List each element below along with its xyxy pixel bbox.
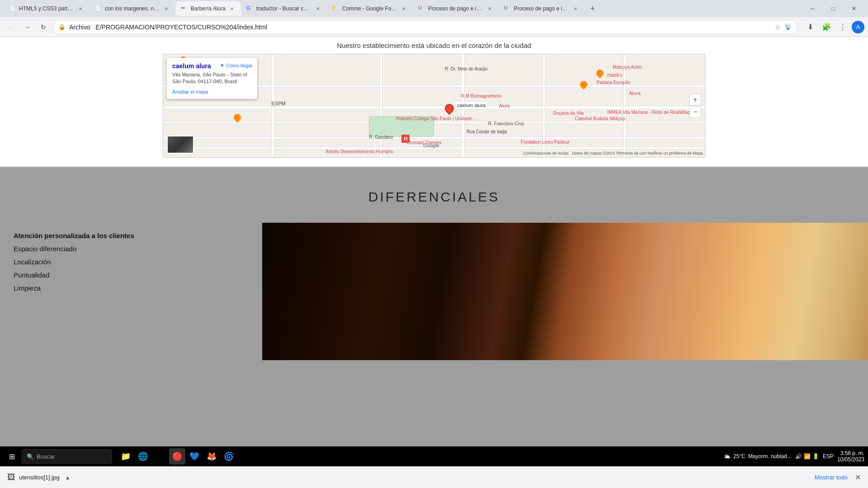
barber-image-container [262,223,868,360]
windows-icon: ⊞ [9,452,15,461]
new-tab-button[interactable]: + [586,2,599,15]
download-bar-close[interactable]: ✕ [855,473,861,482]
map-label-francisco: R. Francisco Cruz [488,121,524,126]
tab-bar: 📄 HTML5 y CSS3 parte 4: Avanzam... ✕ 📄 c… [0,0,868,17]
tab-label-proceso2: Proceso de pago e inscripción [514,5,569,12]
protocol-icon: 🔒 [58,23,66,30]
map-label-conde: Rua Conde de Iraíja [467,129,507,134]
protocol-label: Archivo [69,23,90,31]
zoom-in-button[interactable]: + [689,94,701,106]
browser-frame: 📄 HTML5 y CSS3 parte 4: Avanzam... ✕ 📄 c… [0,0,868,488]
taskbar-edge[interactable]: 🌐 [135,448,151,465]
map-label-gandavo: R. Gandavo [369,135,393,140]
weather-desc: Mayorm. nublad... [748,453,792,460]
more-button[interactable]: ⋮ [835,20,850,34]
directions-icon: ➤ [220,62,224,68]
map-label-aniolis: Aniolis Desenvolvimento Humano [326,149,393,154]
taskbar-language[interactable]: ESP [823,453,834,460]
tab-close-fonts[interactable]: ✕ [400,5,407,12]
cast-icon[interactable]: 📡 [784,23,792,30]
google-logo-map: Google [423,143,439,148]
tab-favicon-traductor: G [246,5,254,12]
map-background: Quintal de Espato R. Dr. Neto de Araújo … [163,54,705,157]
forward-button[interactable]: → [20,20,34,34]
tab-favicon-html5: 📄 [9,5,16,12]
maximize-button[interactable]: □ [823,0,844,17]
tab-favicon-margenes: 📄 [95,5,102,12]
tab-fonts[interactable]: F Comme - Google Fonts ✕ [327,1,413,16]
orange-marker-3 [580,81,587,90]
volume-icon[interactable]: 🔊 [795,453,802,460]
directions-button[interactable]: ➤ Cómo llegar [220,62,253,68]
tab-traductor[interactable]: G traductor - Buscar con Google ✕ [241,1,327,16]
main-location-marker: caelum alura [445,104,454,116]
bookmark-icon[interactable]: ☆ [775,23,781,31]
tab-label-margenes: con los margenes, no encuentr... [105,5,160,12]
weather-temp: 25°C [733,453,745,460]
extensions-button[interactable]: 🧩 [819,20,834,34]
taskbar-store[interactable]: 🛍 [152,448,168,465]
tab-proceso2[interactable]: U Proceso de pago e inscripción ✕ [499,1,585,16]
barber-image [262,223,868,360]
taskbar-app6[interactable]: 🌀 [221,448,237,465]
taskbar-search-icon: 🔍 [27,453,34,460]
tab-close-proceso2[interactable]: ✕ [572,5,579,12]
page-content: Nuestro establecimiento está ubicado en … [0,37,868,488]
tab-proceso1[interactable]: U Proceso de pago e inscripción ✕ [413,1,499,16]
taskbar-search-box[interactable]: 🔍 Buscar [22,449,112,464]
tab-close-proceso1[interactable]: ✕ [486,5,493,12]
tab-margenes[interactable]: 📄 con los margenes, no encuentr... ✕ [90,1,175,16]
network-icon[interactable]: 📶 [804,453,811,460]
taskbar-vscode[interactable]: 💙 [186,448,203,465]
diferenciales-title: DIFERENCIALES [0,167,868,223]
diferenciales-section: DIFERENCIALES Atención personalizada a l… [0,167,868,483]
download-chevron[interactable]: ▲ [65,474,71,481]
current-date: 10/05/2023 [837,456,864,463]
tab-close-margenes[interactable]: ✕ [163,5,170,12]
address-bar[interactable]: 🔒 Archivo E/PROGRAMACION/PROYECTOS/CURSO… [52,20,797,34]
close-button[interactable]: ✕ [844,0,864,17]
tab-favicon-proceso1: U [418,5,425,12]
tab-close-html5[interactable]: ✕ [77,5,84,12]
tab-label-fonts: Comme - Google Fonts [342,5,397,12]
taskbar-file-explorer[interactable]: 📁 [118,448,134,465]
map-label-rm-bio: R.M Biomagnetismo [461,94,502,99]
taskbar-chrome[interactable]: 🔴 [169,448,185,465]
taskbar-app5[interactable]: 🦊 [203,448,220,465]
back-button[interactable]: ← [4,20,18,34]
zoom-out-button[interactable]: − [689,106,701,118]
toolbar: ← → ↻ 🔒 Archivo E/PROGRAMACION/PROYECTOS… [0,17,868,37]
show-all-button[interactable]: Mostrar todo [815,474,848,481]
minimize-button[interactable]: ─ [802,0,823,17]
taskbar-right: ⛅ 25°C Mayorm. nublad... 🔊 📶 🔋 ESP 3:58 … [724,450,864,463]
tab-barberia[interactable]: ✂ Barbería Alura ✕ [175,1,241,16]
map-attribution: Combinaciones de teclas Datos de mapas ©… [523,151,703,155]
tab-close-traductor[interactable]: ✕ [314,5,321,12]
taskbar-search-label: Buscar [37,453,55,460]
map-data-label: Datos de mapas ©2023 Términos de uso Not… [572,151,703,155]
start-button[interactable]: ⊞ [4,448,20,465]
tab-html5[interactable]: 📄 HTML5 y CSS3 parte 4: Avanzam... ✕ [4,1,90,16]
toolbar-right: ⬇ 🧩 ⋮ A [803,20,864,34]
diferencial-item-3: Localización [14,258,249,266]
map-zoom-controls: + − [689,94,701,118]
h-marker: H [401,135,410,143]
expand-map-link[interactable]: Ampliar el mapa [172,89,252,94]
map-info-box: caelum alura Vila Mariana, São Paulo - S… [167,58,257,99]
map-label-espm: ESPM [272,101,286,106]
orange-marker-2 [596,70,604,79]
tab-close-barberia[interactable]: ✕ [228,5,236,12]
downloads-button[interactable]: ⬇ [803,20,817,34]
tab-label-proceso1: Proceso de pago e inscripción [428,5,483,12]
tab-favicon-barberia: ✂ [181,5,188,12]
place-address: Vila Mariana, São Paulo - State of São P… [172,71,252,85]
reload-button[interactable]: ↻ [36,20,51,34]
taskbar-weather[interactable]: ⛅ 25°C Mayorm. nublad... [724,453,792,460]
street-view-thumbnail[interactable] [167,136,194,154]
map-label-dr-neto: R. Dr. Neto de Araújo [445,66,488,71]
diferenciales-content: Atención personalizada a los clientes Es… [0,223,868,483]
location-intro-text: Nuestro establecimiento está ubicado en … [0,37,868,54]
map-container[interactable]: Quintal de Espato R. Dr. Neto de Araújo … [163,54,705,158]
battery-icon[interactable]: 🔋 [812,453,819,460]
profile-avatar[interactable]: A [852,21,864,33]
